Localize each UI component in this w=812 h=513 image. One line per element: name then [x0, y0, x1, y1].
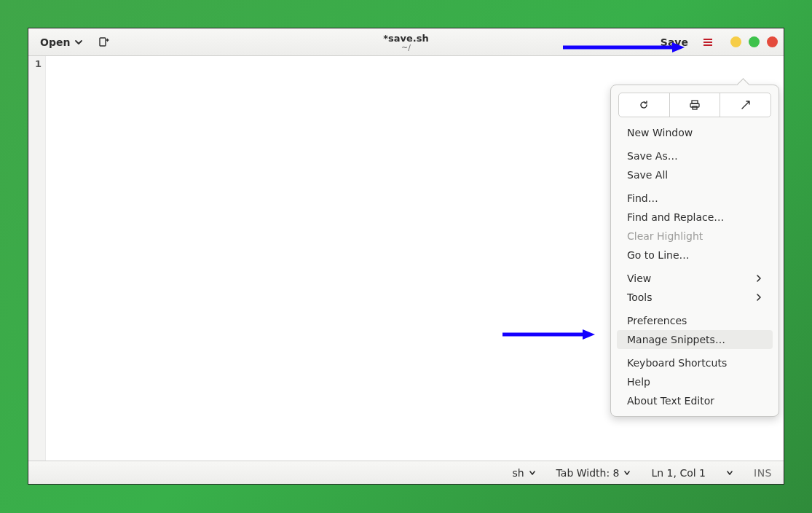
document-title: *save.sh	[383, 32, 429, 43]
menu-go-to-line[interactable]: Go to Line…	[617, 246, 773, 265]
reload-button[interactable]	[619, 93, 670, 117]
save-button[interactable]: Save	[655, 34, 694, 51]
chevron-down-icon	[529, 469, 536, 477]
chevron-right-icon	[755, 291, 762, 303]
new-tab-button[interactable]	[93, 32, 114, 52]
print-button[interactable]	[670, 93, 721, 117]
line-number: 1	[28, 58, 42, 69]
close-button[interactable]	[767, 36, 778, 47]
menu-about[interactable]: About Text Editor	[617, 391, 773, 410]
title-area: *save.sh ~/	[383, 32, 429, 52]
document-path: ~/	[383, 42, 429, 52]
tab-width-selector[interactable]: Tab Width: 8	[556, 467, 631, 479]
menu-view[interactable]: View	[617, 269, 773, 288]
language-selector[interactable]: sh	[512, 467, 535, 479]
fullscreen-icon	[740, 99, 752, 111]
open-button[interactable]: Open	[34, 34, 89, 51]
hamburger-popover: New Window Save As… Save All Find… Find …	[610, 85, 779, 417]
menu-tools[interactable]: Tools	[617, 288, 773, 307]
svg-rect-6	[693, 106, 697, 109]
window-controls	[730, 36, 778, 47]
menu-help[interactable]: Help	[617, 372, 773, 391]
text-editor-window: Open *save.sh ~/ Save	[28, 28, 784, 485]
menu-manage-snippets[interactable]: Manage Snippets…	[617, 330, 773, 349]
new-document-icon	[98, 36, 109, 48]
print-icon	[689, 99, 701, 111]
hamburger-icon	[703, 38, 713, 47]
fullscreen-button[interactable]	[720, 93, 770, 117]
menu-clear-highlight: Clear Highlight	[617, 227, 773, 246]
hamburger-menu-button[interactable]	[700, 34, 716, 50]
chevron-down-icon	[726, 469, 733, 477]
menu-preferences[interactable]: Preferences	[617, 311, 773, 330]
menu-new-window[interactable]: New Window	[617, 123, 773, 142]
cursor-menu[interactable]	[726, 469, 733, 477]
menu-save-as[interactable]: Save As…	[617, 146, 773, 165]
cursor-position[interactable]: Ln 1, Col 1	[651, 467, 706, 479]
menu-keyboard-shortcuts[interactable]: Keyboard Shortcuts	[617, 353, 773, 372]
reload-icon	[638, 99, 650, 111]
chevron-down-icon	[74, 38, 83, 47]
popover-button-row	[618, 93, 771, 117]
menu-find-replace[interactable]: Find and Replace…	[617, 208, 773, 227]
statusbar: sh Tab Width: 8 Ln 1, Col 1 INS	[28, 461, 784, 484]
chevron-right-icon	[755, 273, 762, 284]
headerbar: Open *save.sh ~/ Save	[28, 28, 784, 56]
maximize-button[interactable]	[749, 36, 760, 47]
open-label: Open	[40, 36, 70, 48]
insert-mode[interactable]: INS	[754, 467, 772, 479]
menu-save-all[interactable]: Save All	[617, 165, 773, 184]
menu-find[interactable]: Find…	[617, 189, 773, 208]
svg-rect-0	[100, 38, 106, 46]
chevron-down-icon	[623, 469, 631, 477]
line-gutter: 1	[28, 56, 46, 461]
editor-area: 1 New Window Save As… Save All Find…	[28, 56, 784, 461]
minimize-button[interactable]	[730, 36, 741, 47]
